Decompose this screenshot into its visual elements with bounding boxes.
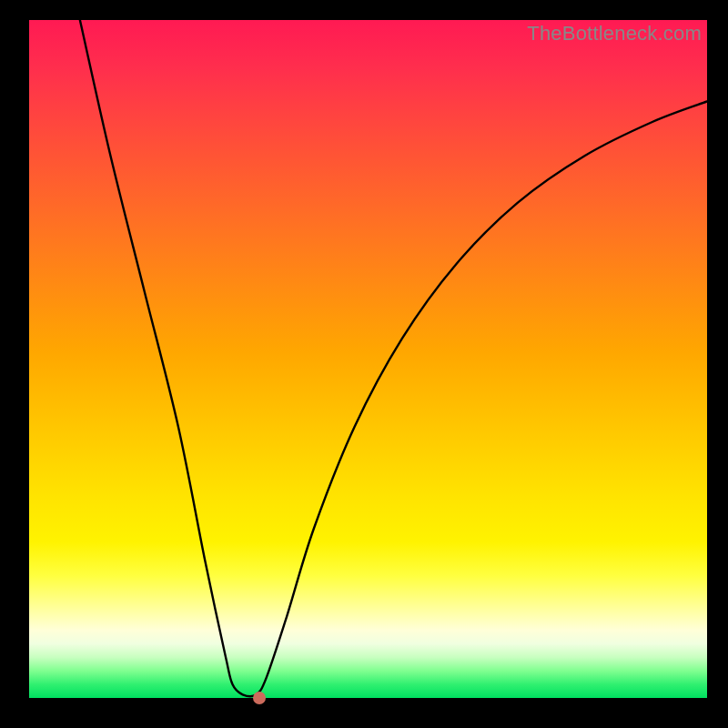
plot-area: TheBottleneck.com [29,20,707,698]
chart-frame: TheBottleneck.com [0,0,728,728]
curve-layer [29,20,707,698]
bottleneck-curve [80,20,707,696]
optimum-marker [253,692,266,704]
